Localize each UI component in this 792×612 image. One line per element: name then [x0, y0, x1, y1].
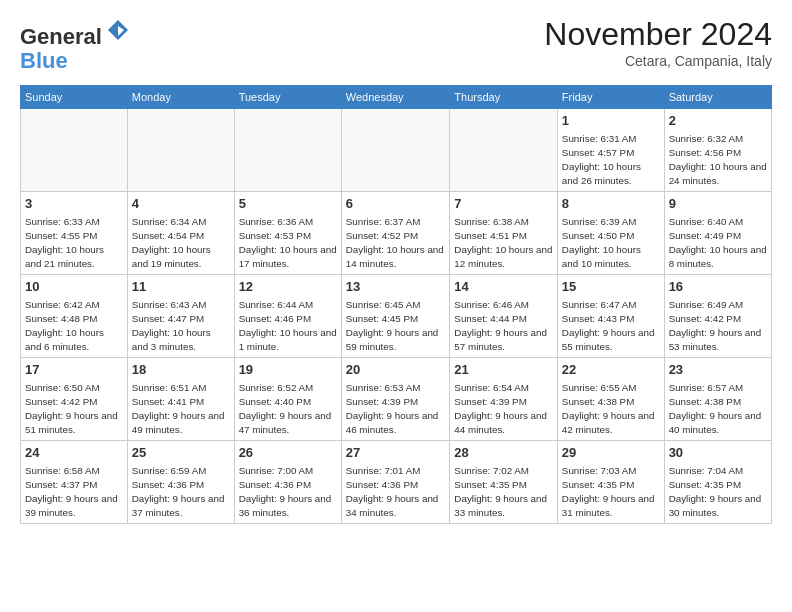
week-row: 1Sunrise: 6:31 AM Sunset: 4:57 PM Daylig…	[21, 109, 772, 192]
calendar-cell	[234, 109, 341, 192]
day-number: 9	[669, 195, 767, 213]
calendar-cell	[127, 109, 234, 192]
calendar-cell: 12Sunrise: 6:44 AM Sunset: 4:46 PM Dayli…	[234, 275, 341, 358]
day-number: 1	[562, 112, 660, 130]
day-info: Sunrise: 6:59 AM Sunset: 4:36 PM Dayligh…	[132, 464, 230, 521]
weekday-header: Friday	[557, 86, 664, 109]
header: General Blue November 2024 Cetara, Campa…	[20, 16, 772, 73]
day-number: 24	[25, 444, 123, 462]
day-info: Sunrise: 6:36 AM Sunset: 4:53 PM Dayligh…	[239, 215, 337, 272]
day-info: Sunrise: 6:33 AM Sunset: 4:55 PM Dayligh…	[25, 215, 123, 272]
day-info: Sunrise: 6:34 AM Sunset: 4:54 PM Dayligh…	[132, 215, 230, 272]
calendar-cell: 10Sunrise: 6:42 AM Sunset: 4:48 PM Dayli…	[21, 275, 128, 358]
calendar-cell: 16Sunrise: 6:49 AM Sunset: 4:42 PM Dayli…	[664, 275, 771, 358]
calendar-cell: 27Sunrise: 7:01 AM Sunset: 4:36 PM Dayli…	[341, 441, 450, 524]
day-info: Sunrise: 7:02 AM Sunset: 4:35 PM Dayligh…	[454, 464, 553, 521]
title-block: November 2024 Cetara, Campania, Italy	[544, 16, 772, 69]
calendar-cell	[21, 109, 128, 192]
day-number: 30	[669, 444, 767, 462]
day-info: Sunrise: 7:03 AM Sunset: 4:35 PM Dayligh…	[562, 464, 660, 521]
calendar-cell	[341, 109, 450, 192]
day-info: Sunrise: 6:42 AM Sunset: 4:48 PM Dayligh…	[25, 298, 123, 355]
day-number: 13	[346, 278, 446, 296]
day-info: Sunrise: 7:01 AM Sunset: 4:36 PM Dayligh…	[346, 464, 446, 521]
calendar-cell: 30Sunrise: 7:04 AM Sunset: 4:35 PM Dayli…	[664, 441, 771, 524]
weekday-header: Wednesday	[341, 86, 450, 109]
calendar-table: SundayMondayTuesdayWednesdayThursdayFrid…	[20, 85, 772, 524]
week-row: 24Sunrise: 6:58 AM Sunset: 4:37 PM Dayli…	[21, 441, 772, 524]
calendar-cell: 3Sunrise: 6:33 AM Sunset: 4:55 PM Daylig…	[21, 192, 128, 275]
logo-text: General Blue	[20, 16, 132, 73]
calendar-cell: 24Sunrise: 6:58 AM Sunset: 4:37 PM Dayli…	[21, 441, 128, 524]
calendar-cell: 14Sunrise: 6:46 AM Sunset: 4:44 PM Dayli…	[450, 275, 558, 358]
day-info: Sunrise: 6:57 AM Sunset: 4:38 PM Dayligh…	[669, 381, 767, 438]
day-info: Sunrise: 6:52 AM Sunset: 4:40 PM Dayligh…	[239, 381, 337, 438]
day-info: Sunrise: 6:49 AM Sunset: 4:42 PM Dayligh…	[669, 298, 767, 355]
calendar-cell: 9Sunrise: 6:40 AM Sunset: 4:49 PM Daylig…	[664, 192, 771, 275]
weekday-header-row: SundayMondayTuesdayWednesdayThursdayFrid…	[21, 86, 772, 109]
day-number: 12	[239, 278, 337, 296]
day-number: 28	[454, 444, 553, 462]
day-info: Sunrise: 7:04 AM Sunset: 4:35 PM Dayligh…	[669, 464, 767, 521]
day-number: 27	[346, 444, 446, 462]
day-number: 29	[562, 444, 660, 462]
calendar-cell: 26Sunrise: 7:00 AM Sunset: 4:36 PM Dayli…	[234, 441, 341, 524]
calendar-cell: 11Sunrise: 6:43 AM Sunset: 4:47 PM Dayli…	[127, 275, 234, 358]
weekday-header: Sunday	[21, 86, 128, 109]
day-info: Sunrise: 6:38 AM Sunset: 4:51 PM Dayligh…	[454, 215, 553, 272]
calendar-cell: 18Sunrise: 6:51 AM Sunset: 4:41 PM Dayli…	[127, 358, 234, 441]
day-number: 7	[454, 195, 553, 213]
day-info: Sunrise: 6:31 AM Sunset: 4:57 PM Dayligh…	[562, 132, 660, 189]
day-number: 19	[239, 361, 337, 379]
day-info: Sunrise: 6:47 AM Sunset: 4:43 PM Dayligh…	[562, 298, 660, 355]
page: General Blue November 2024 Cetara, Campa…	[0, 0, 792, 534]
day-number: 10	[25, 278, 123, 296]
day-info: Sunrise: 6:45 AM Sunset: 4:45 PM Dayligh…	[346, 298, 446, 355]
day-number: 14	[454, 278, 553, 296]
day-number: 25	[132, 444, 230, 462]
day-number: 15	[562, 278, 660, 296]
calendar-cell: 8Sunrise: 6:39 AM Sunset: 4:50 PM Daylig…	[557, 192, 664, 275]
day-number: 2	[669, 112, 767, 130]
day-info: Sunrise: 6:51 AM Sunset: 4:41 PM Dayligh…	[132, 381, 230, 438]
day-info: Sunrise: 6:53 AM Sunset: 4:39 PM Dayligh…	[346, 381, 446, 438]
weekday-header: Tuesday	[234, 86, 341, 109]
calendar-cell: 17Sunrise: 6:50 AM Sunset: 4:42 PM Dayli…	[21, 358, 128, 441]
day-number: 11	[132, 278, 230, 296]
week-row: 3Sunrise: 6:33 AM Sunset: 4:55 PM Daylig…	[21, 192, 772, 275]
day-number: 16	[669, 278, 767, 296]
day-info: Sunrise: 6:44 AM Sunset: 4:46 PM Dayligh…	[239, 298, 337, 355]
day-info: Sunrise: 6:32 AM Sunset: 4:56 PM Dayligh…	[669, 132, 767, 189]
day-info: Sunrise: 6:40 AM Sunset: 4:49 PM Dayligh…	[669, 215, 767, 272]
day-number: 4	[132, 195, 230, 213]
day-number: 5	[239, 195, 337, 213]
calendar-cell: 25Sunrise: 6:59 AM Sunset: 4:36 PM Dayli…	[127, 441, 234, 524]
weekday-header: Saturday	[664, 86, 771, 109]
calendar-cell: 4Sunrise: 6:34 AM Sunset: 4:54 PM Daylig…	[127, 192, 234, 275]
day-number: 26	[239, 444, 337, 462]
month-title: November 2024	[544, 16, 772, 53]
weekday-header: Thursday	[450, 86, 558, 109]
location: Cetara, Campania, Italy	[544, 53, 772, 69]
day-number: 18	[132, 361, 230, 379]
calendar-cell: 29Sunrise: 7:03 AM Sunset: 4:35 PM Dayli…	[557, 441, 664, 524]
calendar-cell: 1Sunrise: 6:31 AM Sunset: 4:57 PM Daylig…	[557, 109, 664, 192]
calendar-cell: 15Sunrise: 6:47 AM Sunset: 4:43 PM Dayli…	[557, 275, 664, 358]
calendar-cell: 23Sunrise: 6:57 AM Sunset: 4:38 PM Dayli…	[664, 358, 771, 441]
calendar-cell: 6Sunrise: 6:37 AM Sunset: 4:52 PM Daylig…	[341, 192, 450, 275]
calendar-cell: 20Sunrise: 6:53 AM Sunset: 4:39 PM Dayli…	[341, 358, 450, 441]
day-info: Sunrise: 6:43 AM Sunset: 4:47 PM Dayligh…	[132, 298, 230, 355]
calendar-cell: 21Sunrise: 6:54 AM Sunset: 4:39 PM Dayli…	[450, 358, 558, 441]
day-number: 17	[25, 361, 123, 379]
day-number: 22	[562, 361, 660, 379]
day-info: Sunrise: 6:46 AM Sunset: 4:44 PM Dayligh…	[454, 298, 553, 355]
weekday-header: Monday	[127, 86, 234, 109]
day-info: Sunrise: 6:39 AM Sunset: 4:50 PM Dayligh…	[562, 215, 660, 272]
day-info: Sunrise: 6:37 AM Sunset: 4:52 PM Dayligh…	[346, 215, 446, 272]
day-info: Sunrise: 6:55 AM Sunset: 4:38 PM Dayligh…	[562, 381, 660, 438]
day-number: 21	[454, 361, 553, 379]
day-info: Sunrise: 7:00 AM Sunset: 4:36 PM Dayligh…	[239, 464, 337, 521]
calendar-cell: 22Sunrise: 6:55 AM Sunset: 4:38 PM Dayli…	[557, 358, 664, 441]
week-row: 10Sunrise: 6:42 AM Sunset: 4:48 PM Dayli…	[21, 275, 772, 358]
day-info: Sunrise: 6:58 AM Sunset: 4:37 PM Dayligh…	[25, 464, 123, 521]
